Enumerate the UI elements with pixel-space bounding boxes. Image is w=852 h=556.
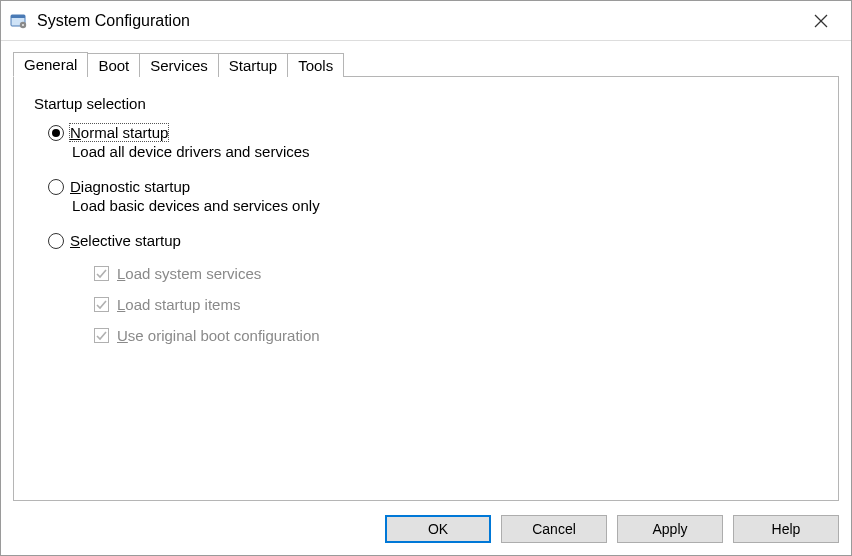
tab-panel-general: Startup selection Normal startup Load al…: [13, 76, 839, 501]
checkbox-icon: [94, 266, 109, 281]
close-icon: [814, 14, 828, 28]
tab-boot[interactable]: Boot: [87, 53, 140, 77]
radio-icon: [48, 125, 64, 141]
cancel-button[interactable]: Cancel: [501, 515, 607, 543]
content-area: General Boot Services Startup Tools Star…: [1, 41, 851, 505]
radio-label-normal: Normal startup: [70, 124, 168, 141]
tab-services[interactable]: Services: [139, 53, 219, 77]
radio-desc-diagnostic: Load basic devices and services only: [72, 197, 818, 214]
check-label: Load system services: [117, 265, 261, 282]
radio-selective-startup[interactable]: Selective startup: [48, 232, 818, 249]
window-title: System Configuration: [37, 12, 801, 30]
tab-general[interactable]: General: [13, 52, 88, 77]
radio-icon: [48, 233, 64, 249]
apply-button[interactable]: Apply: [617, 515, 723, 543]
check-use-original-boot: Use original boot configuration: [94, 327, 818, 344]
close-button[interactable]: [801, 6, 841, 36]
tab-tools[interactable]: Tools: [287, 53, 344, 77]
window: System Configuration General Boot Servic…: [0, 0, 852, 556]
ok-button[interactable]: OK: [385, 515, 491, 543]
radio-label-selective: Selective startup: [70, 232, 181, 249]
checkbox-icon: [94, 297, 109, 312]
check-label: Load startup items: [117, 296, 240, 313]
group-label: Startup selection: [34, 95, 818, 112]
radio-desc-normal: Load all device drivers and services: [72, 143, 818, 160]
radio-icon: [48, 179, 64, 195]
tab-startup[interactable]: Startup: [218, 53, 288, 77]
button-row: OK Cancel Apply Help: [1, 505, 851, 555]
check-load-startup-items: Load startup items: [94, 296, 818, 313]
titlebar: System Configuration: [1, 1, 851, 41]
checkbox-icon: [94, 328, 109, 343]
radio-diagnostic-startup[interactable]: Diagnostic startup: [48, 178, 818, 195]
radio-normal-startup[interactable]: Normal startup: [48, 124, 818, 141]
check-label: Use original boot configuration: [117, 327, 320, 344]
help-button[interactable]: Help: [733, 515, 839, 543]
svg-rect-3: [22, 24, 24, 26]
check-load-system-services: Load system services: [94, 265, 818, 282]
msconfig-icon: [9, 11, 29, 31]
tab-strip: General Boot Services Startup Tools: [13, 51, 839, 76]
svg-rect-1: [11, 15, 25, 18]
radio-label-diagnostic: Diagnostic startup: [70, 178, 190, 195]
